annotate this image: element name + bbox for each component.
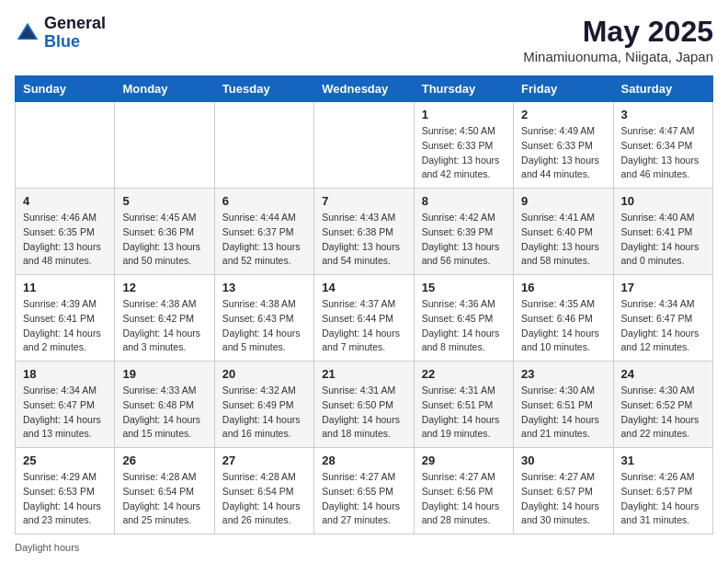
calendar-cell: 8Sunrise: 4:42 AMSunset: 6:39 PMDaylight…: [414, 189, 513, 275]
calendar-day-header: Thursday: [414, 76, 513, 102]
calendar-cell: 24Sunrise: 4:30 AMSunset: 6:52 PMDayligh…: [613, 362, 712, 448]
day-info: Sunrise: 4:28 AMSunset: 6:54 PMDaylight:…: [122, 470, 206, 528]
logo-general-text: General: [44, 15, 106, 33]
day-info: Sunrise: 4:37 AMSunset: 6:44 PMDaylight:…: [322, 297, 405, 355]
day-info: Sunrise: 4:29 AMSunset: 6:53 PMDaylight:…: [23, 470, 107, 528]
day-info: Sunrise: 4:46 AMSunset: 6:35 PMDaylight:…: [23, 211, 107, 269]
calendar-cell: 19Sunrise: 4:33 AMSunset: 6:48 PMDayligh…: [115, 362, 214, 448]
calendar-cell: 6Sunrise: 4:44 AMSunset: 6:37 PMDaylight…: [214, 189, 313, 275]
day-number: 11: [23, 281, 107, 294]
day-number: 13: [222, 281, 306, 294]
calendar-cell: [314, 102, 414, 189]
calendar-day-header: Saturday: [613, 76, 712, 102]
day-number: 28: [322, 454, 405, 467]
day-info: Sunrise: 4:30 AMSunset: 6:51 PMDaylight:…: [521, 384, 605, 442]
day-info: Sunrise: 4:49 AMSunset: 6:33 PMDaylight:…: [521, 124, 605, 182]
day-info: Sunrise: 4:28 AMSunset: 6:54 PMDaylight:…: [222, 470, 306, 528]
calendar-cell: 12Sunrise: 4:38 AMSunset: 6:42 PMDayligh…: [115, 275, 214, 362]
day-number: 29: [422, 454, 506, 467]
day-info: Sunrise: 4:42 AMSunset: 6:39 PMDaylight:…: [422, 211, 506, 269]
day-number: 17: [621, 281, 705, 294]
calendar-week-row: 18Sunrise: 4:34 AMSunset: 6:47 PMDayligh…: [16, 362, 713, 448]
calendar-cell: 21Sunrise: 4:31 AMSunset: 6:50 PMDayligh…: [314, 362, 414, 448]
page-header: General Blue May 2025 Minamiuonuma, Niig…: [15, 15, 713, 64]
calendar-subtitle: Minamiuonuma, Niigata, Japan: [523, 49, 713, 64]
calendar-cell: 29Sunrise: 4:27 AMSunset: 6:56 PMDayligh…: [414, 448, 513, 534]
logo: General Blue: [15, 15, 106, 52]
day-number: 3: [621, 108, 705, 121]
day-number: 30: [521, 454, 605, 467]
calendar-day-header: Tuesday: [214, 76, 313, 102]
day-number: 20: [222, 367, 306, 381]
calendar-week-row: 1Sunrise: 4:50 AMSunset: 6:33 PMDaylight…: [16, 102, 713, 189]
day-number: 7: [322, 194, 405, 208]
calendar-cell: 11Sunrise: 4:39 AMSunset: 6:41 PMDayligh…: [16, 275, 115, 362]
day-info: Sunrise: 4:41 AMSunset: 6:40 PMDaylight:…: [521, 211, 605, 269]
calendar-cell: 26Sunrise: 4:28 AMSunset: 6:54 PMDayligh…: [115, 448, 214, 534]
calendar-cell: 30Sunrise: 4:27 AMSunset: 6:57 PMDayligh…: [514, 448, 613, 534]
day-number: 21: [322, 367, 405, 381]
day-number: 19: [122, 367, 206, 381]
calendar-cell: 15Sunrise: 4:36 AMSunset: 6:45 PMDayligh…: [414, 275, 513, 362]
calendar-table: SundayMondayTuesdayWednesdayThursdayFrid…: [15, 75, 713, 534]
calendar-week-row: 25Sunrise: 4:29 AMSunset: 6:53 PMDayligh…: [16, 448, 713, 534]
calendar-cell: 20Sunrise: 4:32 AMSunset: 6:49 PMDayligh…: [214, 362, 313, 448]
calendar-cell: [115, 102, 214, 189]
calendar-cell: 25Sunrise: 4:29 AMSunset: 6:53 PMDayligh…: [16, 448, 115, 534]
calendar-cell: 3Sunrise: 4:47 AMSunset: 6:34 PMDaylight…: [613, 102, 712, 189]
daylight-label: Daylight hours: [15, 542, 79, 553]
calendar-day-header: Wednesday: [314, 76, 414, 102]
calendar-cell: 13Sunrise: 4:38 AMSunset: 6:43 PMDayligh…: [214, 275, 313, 362]
calendar-cell: [16, 102, 115, 189]
day-info: Sunrise: 4:31 AMSunset: 6:50 PMDaylight:…: [322, 384, 405, 442]
calendar-day-header: Friday: [514, 76, 613, 102]
day-number: 22: [422, 367, 506, 381]
calendar-cell: 5Sunrise: 4:45 AMSunset: 6:36 PMDaylight…: [115, 189, 214, 275]
footer: Daylight hours: [15, 542, 713, 553]
calendar-title: May 2025: [523, 15, 713, 49]
day-number: 12: [122, 281, 206, 294]
day-number: 31: [621, 454, 705, 467]
day-info: Sunrise: 4:34 AMSunset: 6:47 PMDaylight:…: [23, 384, 107, 442]
day-number: 27: [222, 454, 306, 467]
calendar-cell: 27Sunrise: 4:28 AMSunset: 6:54 PMDayligh…: [214, 448, 313, 534]
day-number: 18: [23, 367, 107, 381]
day-number: 5: [122, 194, 206, 208]
day-info: Sunrise: 4:36 AMSunset: 6:45 PMDaylight:…: [422, 297, 506, 355]
day-info: Sunrise: 4:31 AMSunset: 6:51 PMDaylight:…: [422, 384, 506, 442]
day-info: Sunrise: 4:47 AMSunset: 6:34 PMDaylight:…: [621, 124, 705, 182]
day-number: 1: [422, 108, 506, 121]
day-info: Sunrise: 4:43 AMSunset: 6:38 PMDaylight:…: [322, 211, 405, 269]
day-info: Sunrise: 4:50 AMSunset: 6:33 PMDaylight:…: [422, 124, 506, 182]
day-number: 26: [122, 454, 206, 467]
calendar-cell: 31Sunrise: 4:26 AMSunset: 6:57 PMDayligh…: [613, 448, 712, 534]
calendar-cell: 17Sunrise: 4:34 AMSunset: 6:47 PMDayligh…: [613, 275, 712, 362]
day-info: Sunrise: 4:30 AMSunset: 6:52 PMDaylight:…: [621, 384, 705, 442]
day-info: Sunrise: 4:38 AMSunset: 6:42 PMDaylight:…: [122, 297, 206, 355]
day-info: Sunrise: 4:34 AMSunset: 6:47 PMDaylight:…: [621, 297, 705, 355]
calendar-cell: 7Sunrise: 4:43 AMSunset: 6:38 PMDaylight…: [314, 189, 414, 275]
day-info: Sunrise: 4:39 AMSunset: 6:41 PMDaylight:…: [23, 297, 107, 355]
calendar-cell: 16Sunrise: 4:35 AMSunset: 6:46 PMDayligh…: [514, 275, 613, 362]
calendar-cell: 4Sunrise: 4:46 AMSunset: 6:35 PMDaylight…: [16, 189, 115, 275]
day-info: Sunrise: 4:44 AMSunset: 6:37 PMDaylight:…: [222, 211, 306, 269]
logo-icon: [15, 20, 40, 46]
calendar-cell: 1Sunrise: 4:50 AMSunset: 6:33 PMDaylight…: [414, 102, 513, 189]
calendar-cell: 18Sunrise: 4:34 AMSunset: 6:47 PMDayligh…: [16, 362, 115, 448]
calendar-week-row: 4Sunrise: 4:46 AMSunset: 6:35 PMDaylight…: [16, 189, 713, 275]
day-number: 4: [23, 194, 107, 208]
day-info: Sunrise: 4:27 AMSunset: 6:57 PMDaylight:…: [521, 470, 605, 528]
day-info: Sunrise: 4:27 AMSunset: 6:55 PMDaylight:…: [322, 470, 405, 528]
calendar-cell: 14Sunrise: 4:37 AMSunset: 6:44 PMDayligh…: [314, 275, 414, 362]
day-number: 15: [422, 281, 506, 294]
day-number: 23: [521, 367, 605, 381]
title-block: May 2025 Minamiuonuma, Niigata, Japan: [523, 15, 713, 64]
calendar-week-row: 11Sunrise: 4:39 AMSunset: 6:41 PMDayligh…: [16, 275, 713, 362]
day-info: Sunrise: 4:40 AMSunset: 6:41 PMDaylight:…: [621, 211, 705, 269]
calendar-cell: 10Sunrise: 4:40 AMSunset: 6:41 PMDayligh…: [613, 189, 712, 275]
calendar-cell: [214, 102, 313, 189]
logo-blue-text: Blue: [44, 33, 106, 52]
calendar-cell: 28Sunrise: 4:27 AMSunset: 6:55 PMDayligh…: [314, 448, 414, 534]
day-number: 2: [521, 108, 605, 121]
day-info: Sunrise: 4:26 AMSunset: 6:57 PMDaylight:…: [621, 470, 705, 528]
